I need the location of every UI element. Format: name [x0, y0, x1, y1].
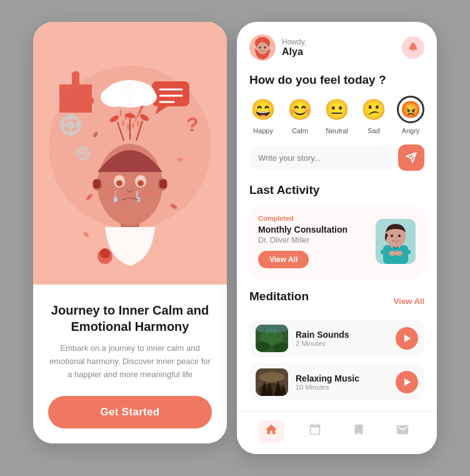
meditation-item-relax: Relaxing Music 10 Minutes	[249, 363, 424, 401]
app-header: Howdy, Alya	[249, 34, 424, 61]
left-content: Journey to Inner Calm and Emotional Harm…	[33, 285, 227, 443]
bottom-nav	[237, 411, 437, 454]
meditation-item-rain: Rain Sounds 2 Minutes	[249, 320, 424, 357]
svg-marker-88	[404, 378, 411, 386]
header-text: Howdy, Alya	[282, 38, 306, 58]
mood-sad[interactable]: 😕 Sad	[360, 96, 388, 134]
activity-doctor: Dr. Oliver Miller	[258, 236, 348, 245]
mood-angry[interactable]: 😡 Angry	[397, 96, 424, 134]
doctor-illustration	[376, 219, 416, 264]
meditation-view-all-button[interactable]: View All	[394, 296, 424, 306]
svg-point-70	[395, 251, 402, 256]
nav-messages[interactable]	[389, 420, 416, 443]
user-avatar	[249, 34, 276, 61]
home-icon	[264, 423, 278, 440]
svg-point-25	[135, 116, 137, 122]
get-started-button[interactable]: Get Started	[48, 396, 212, 428]
meditation-section-title: Meditation	[249, 290, 309, 303]
bell-icon	[408, 42, 419, 53]
calendar-icon	[308, 423, 322, 440]
happy-emoji: 😄	[249, 96, 277, 123]
svg-rect-78	[256, 325, 288, 332]
svg-rect-4	[69, 130, 72, 136]
right-inner: Howdy, Alya How do you feel today ? 😄 Ha…	[237, 22, 437, 411]
rain-info: Rain Sounds 2 Minutes	[296, 330, 388, 347]
calm-label: Calm	[292, 127, 308, 134]
left-title: Journey to Inner Calm and Emotional Harm…	[48, 302, 212, 335]
send-icon	[406, 152, 417, 163]
svg-point-45	[104, 190, 116, 198]
svg-rect-5	[59, 123, 66, 127]
relax-play-button[interactable]	[396, 371, 418, 393]
rain-play-button[interactable]	[396, 327, 418, 350]
rain-name: Rain Sounds	[296, 330, 388, 340]
nav-home[interactable]	[258, 420, 284, 443]
svg-point-42	[138, 180, 144, 186]
svg-rect-6	[76, 123, 82, 127]
svg-marker-79	[404, 335, 411, 342]
rain-image	[256, 325, 288, 352]
mood-calm[interactable]: 😊 Calm	[286, 96, 314, 134]
svg-point-54	[82, 231, 89, 238]
svg-point-57	[100, 248, 110, 258]
notification-button[interactable]	[402, 36, 424, 59]
svg-point-30	[138, 121, 139, 127]
svg-rect-3	[69, 114, 72, 120]
meditation-header: Meditation View All	[249, 290, 424, 312]
bookmark-icon	[352, 423, 366, 440]
hero-section: ?	[33, 22, 227, 285]
svg-text:?: ?	[186, 113, 199, 136]
mood-happy[interactable]: 😄 Happy	[249, 96, 277, 134]
svg-rect-11	[76, 152, 79, 154]
activity-info: Completed Monthly Consultation Dr. Olive…	[258, 215, 348, 268]
message-icon	[396, 423, 409, 440]
svg-point-29	[132, 122, 134, 128]
svg-point-27	[122, 120, 124, 126]
svg-point-43	[114, 197, 118, 202]
svg-point-60	[257, 42, 268, 54]
mood-section-title: How do you feel today ?	[249, 73, 424, 87]
rain-thumbnail	[256, 325, 288, 352]
svg-point-28	[128, 124, 129, 130]
neutral-label: Neutral	[326, 127, 348, 134]
activity-name: Monthly Consultation	[258, 225, 348, 235]
svg-point-68	[398, 235, 401, 237]
svg-rect-10	[82, 157, 84, 161]
activity-status: Completed	[258, 215, 348, 222]
svg-point-61	[259, 47, 261, 49]
left-subtitle: Embark on a journey to inner calm and em…	[48, 342, 212, 381]
sad-emoji: 😕	[360, 96, 388, 123]
nav-calendar[interactable]	[302, 420, 328, 443]
header-left: Howdy, Alya	[249, 34, 306, 61]
activity-view-all-button[interactable]: View All	[258, 251, 309, 268]
relax-thumbnail	[256, 368, 288, 396]
user-name: Alya	[282, 46, 306, 58]
sad-label: Sad	[368, 127, 380, 134]
angry-label: Angry	[402, 127, 420, 134]
relax-name: Relaxing Music	[296, 373, 388, 383]
svg-point-2	[66, 121, 75, 129]
doctor-image	[376, 219, 416, 264]
relax-image	[256, 368, 288, 396]
mood-neutral[interactable]: 😐 Neutral	[323, 96, 351, 134]
relax-info: Relaxing Music 10 Minutes	[296, 373, 388, 391]
relax-duration: 10 Minutes	[296, 383, 388, 391]
meditation-list: Rain Sounds 2 Minutes	[249, 320, 424, 411]
svg-rect-12	[87, 152, 91, 154]
story-input[interactable]	[249, 146, 393, 170]
play-icon-rain	[402, 334, 411, 343]
svg-point-46	[144, 190, 156, 198]
calm-emoji: 😊	[286, 96, 314, 123]
nav-bookmark[interactable]	[346, 420, 372, 443]
angry-emoji: 😡	[397, 96, 424, 123]
neutral-emoji: 😐	[323, 96, 351, 123]
story-row	[249, 144, 424, 171]
svg-point-8	[81, 151, 86, 156]
screens-container: ?	[33, 22, 437, 454]
svg-rect-9	[82, 146, 84, 149]
svg-rect-49	[93, 180, 101, 188]
send-button[interactable]	[398, 144, 424, 171]
svg-point-87	[259, 372, 284, 382]
svg-point-20	[101, 87, 128, 107]
svg-point-62	[264, 47, 266, 49]
